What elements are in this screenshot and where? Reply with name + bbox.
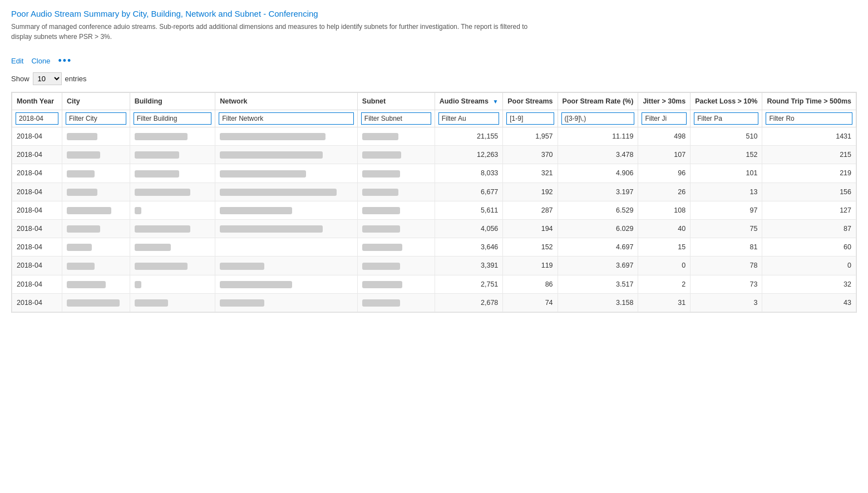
col-header-building: Building [130,93,215,110]
col-header-jitter: Jitter > 30ms [638,93,691,110]
filter-cell-rate [558,110,638,127]
cell-jitter: 498 [638,127,691,146]
cell-building [130,127,215,146]
filter-subnet-input[interactable] [361,112,431,125]
cell-poor: 74 [503,293,558,312]
cell-month: 2018-04 [12,293,62,312]
cell-network [215,146,358,164]
blurred-text [362,299,400,307]
cell-subnet [357,183,435,201]
cell-jitter: 31 [638,293,691,312]
col-header-audio[interactable]: Audio Streams ▼ [435,93,503,110]
table-row: 2018-04 2,751 86 3.517 2 73 32 [12,275,856,293]
table-filter-row [12,110,856,127]
cell-subnet [357,275,435,293]
filter-cell-building [130,110,215,127]
cell-poor: 192 [503,183,558,201]
cell-packet: 73 [691,275,762,293]
filter-cell-jitter [638,110,691,127]
more-options-button[interactable]: ••• [58,55,72,67]
table-row: 2018-04 21,155 1,957 11.119 498 510 1431 [12,127,856,146]
cell-subnet [357,164,435,183]
filter-poor-input[interactable] [506,112,554,125]
cell-audio: 21,155 [435,127,503,146]
filter-cell-subnet [357,110,435,127]
blurred-text [362,151,401,159]
edit-link[interactable]: Edit [11,57,23,65]
cell-rate: 3.158 [558,293,638,312]
blurred-text [67,207,111,214]
col-header-city: City [62,93,130,110]
data-table: Month Year City Building Network Subnet … [12,92,856,312]
cell-audio: 4,056 [435,220,503,238]
cell-subnet [357,201,435,219]
filter-network-input[interactable] [219,112,354,125]
table-row: 2018-04 2,678 74 3.158 31 3 43 [12,293,856,312]
table-row: 2018-04 12,263 370 3.478 107 152 215 [12,146,856,164]
cell-packet: 75 [691,220,762,238]
entries-select[interactable]: 10 25 50 100 [33,72,62,85]
cell-subnet [357,293,435,312]
filter-rtt-input[interactable] [766,112,852,125]
cell-network [215,201,358,219]
cell-jitter: 26 [638,183,691,201]
page-title: Poor Audio Stream Summary by City, Build… [11,9,857,18]
blurred-text [220,281,292,288]
cell-packet: 81 [691,238,762,257]
cell-subnet [357,146,435,164]
cell-rtt: 60 [762,238,856,257]
cell-poor: 152 [503,238,558,257]
cell-city [62,183,130,201]
cell-subnet [357,220,435,238]
cell-month: 2018-04 [12,275,62,293]
col-header-subnet: Subnet [357,93,435,110]
sort-icon-audio: ▼ [492,98,498,105]
cell-rtt: 87 [762,220,856,238]
cell-rate: 3.197 [558,183,638,201]
cell-audio: 6,677 [435,183,503,201]
cell-audio: 8,033 [435,164,503,183]
cell-jitter: 0 [638,257,691,275]
cell-building [130,293,215,312]
cell-month: 2018-04 [12,201,62,219]
filter-city-input[interactable] [66,112,126,125]
table-row: 2018-04 3,391 119 3.697 0 78 0 [12,257,856,275]
cell-building [130,201,215,219]
filter-month-input[interactable] [16,112,58,125]
table-row: 2018-04 8,033 321 4.906 96 101 219 [12,164,856,183]
cell-rate: 3.478 [558,146,638,164]
cell-packet: 97 [691,201,762,219]
page-subtitle: Summary of managed conference aduio stre… [11,22,540,42]
col-header-rtt: Round Trip Time > 500ms [762,93,856,110]
cell-rtt: 219 [762,164,856,183]
clone-link[interactable]: Clone [31,57,50,65]
cell-city [62,293,130,312]
cell-poor: 86 [503,275,558,293]
blurred-text [362,263,400,270]
blurred-text [220,170,306,178]
blurred-text [135,299,168,307]
blurred-text [135,133,188,140]
table-header-row: Month Year City Building Network Subnet … [12,93,856,110]
cell-network [215,257,358,275]
col-header-rate: Poor Stream Rate (%) [558,93,638,110]
cell-month: 2018-04 [12,183,62,201]
blurred-text [362,244,402,251]
filter-cell-network [215,110,358,127]
blurred-text [67,244,92,251]
filter-audio-input[interactable] [438,112,500,125]
blurred-text [220,263,264,270]
blurred-text [135,151,179,159]
cell-network [215,238,358,257]
cell-audio: 2,751 [435,275,503,293]
cell-rtt: 32 [762,275,856,293]
cell-subnet [357,238,435,257]
show-entries-control: Show 10 25 50 100 entries [11,72,857,85]
filter-packet-input[interactable] [694,112,758,125]
cell-building [130,220,215,238]
filter-building-input[interactable] [134,112,211,125]
filter-jitter-input[interactable] [642,112,687,125]
cell-city [62,146,130,164]
filter-cell-month [12,110,62,127]
filter-rate-input[interactable] [561,112,635,125]
